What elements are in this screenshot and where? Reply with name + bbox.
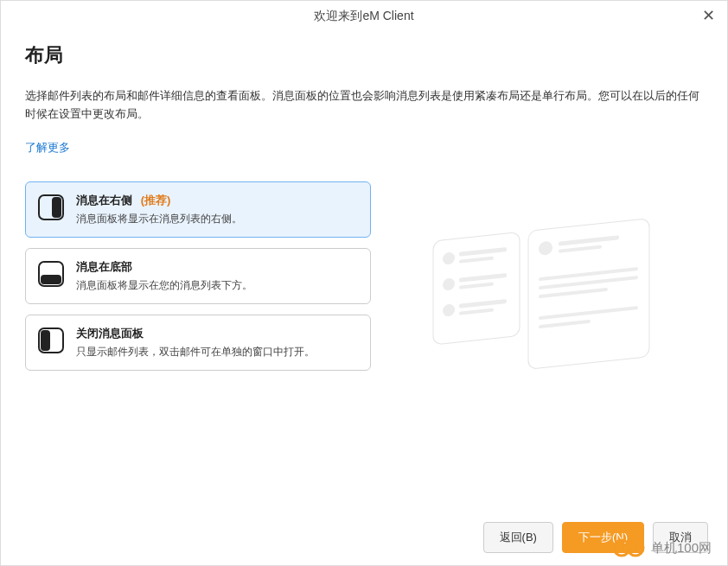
option-title: 关闭消息面板 [76,327,144,340]
option-text: 消息在底部 消息面板将显示在您的消息列表下方。 [76,259,252,293]
main-area: 消息在右侧 (推荐) 消息面板将显示在消息列表的右侧。 消息在底部 消息面板将显… [25,181,703,397]
close-icon[interactable]: ✕ [702,8,715,23]
option-title-line: 消息在底部 [76,259,252,275]
option-messages-off[interactable]: 关闭消息面板 只显示邮件列表，双击邮件可在单独的窗口中打开。 [25,315,371,371]
option-title: 消息在右侧 [76,194,132,207]
next-button[interactable]: 下一步(N) [562,522,644,553]
layout-illustration [388,181,703,397]
svg-rect-3 [41,275,61,284]
option-description: 消息面板将显示在您的消息列表下方。 [76,278,252,293]
layout-options: 消息在右侧 (推荐) 消息面板将显示在消息列表的右侧。 消息在底部 消息面板将显… [25,181,371,397]
cancel-button[interactable]: 取消 [653,522,708,553]
option-messages-bottom[interactable]: 消息在底部 消息面板将显示在您的消息列表下方。 [25,248,371,304]
titlebar: 欢迎来到eM Client ✕ [1,1,727,32]
layout-off-icon [38,328,64,353]
learn-more-link[interactable]: 了解更多 [25,140,70,156]
option-text: 消息在右侧 (推荐) 消息面板将显示在消息列表的右侧。 [76,193,242,226]
option-messages-right[interactable]: 消息在右侧 (推荐) 消息面板将显示在消息列表的右侧。 [25,181,371,238]
option-description: 消息面板将显示在消息列表的右侧。 [76,212,242,226]
page-description: 选择邮件列表的布局和邮件详细信息的查看面板。消息面板的位置也会影响消息列表是使用… [25,87,703,124]
option-title-line: 消息在右侧 (推荐) [76,193,242,208]
main-content: 布局 选择邮件列表的布局和邮件详细信息的查看面板。消息面板的位置也会影响消息列表… [1,32,727,397]
option-text: 关闭消息面板 只显示邮件列表，双击邮件可在单独的窗口中打开。 [76,326,315,359]
svg-rect-5 [41,330,50,351]
footer-buttons: 返回(B) 下一步(N) 取消 [483,522,708,553]
back-button[interactable]: 返回(B) [483,522,553,553]
layout-right-icon [38,194,64,220]
page-title: 布局 [25,42,703,68]
window-title: 欢迎来到eM Client [314,9,413,24]
layout-bottom-icon [38,261,64,287]
option-description: 只显示邮件列表，双击邮件可在单独的窗口中打开。 [76,345,315,359]
recommended-badge: (推荐) [141,194,171,207]
svg-rect-1 [52,197,61,218]
option-title: 消息在底部 [76,260,132,273]
option-title-line: 关闭消息面板 [76,326,315,341]
